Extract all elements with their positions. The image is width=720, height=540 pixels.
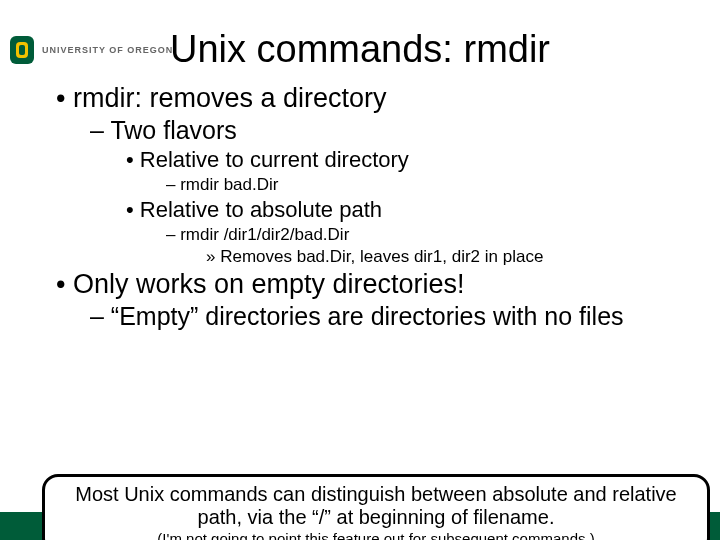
bullet-removes-leaves: Removes bad.Dir, leaves dir1, dir2 in pl… bbox=[206, 247, 680, 267]
bullet-two-flavors: Two flavors bbox=[90, 116, 680, 145]
bullet-empty-def: “Empty” directories are directories with… bbox=[90, 302, 680, 331]
bullet-example-absolute: rmdir /dir1/dir2/bad.Dir bbox=[166, 225, 680, 245]
callout-line1: Most Unix commands can distinguish betwe… bbox=[59, 483, 693, 530]
bullet-example-relative: rmdir bad.Dir bbox=[166, 175, 680, 195]
slide-body: rmdir: removes a directory Two flavors R… bbox=[56, 83, 680, 331]
callout-line2: (I'm not going to point this feature out… bbox=[59, 530, 693, 540]
university-name: UNIVERSITY OF OREGON bbox=[42, 45, 173, 55]
bullet-empty-only: Only works on empty directories! bbox=[56, 269, 680, 300]
callout-box: Most Unix commands can distinguish betwe… bbox=[42, 474, 710, 540]
university-logo: UNIVERSITY OF OREGON bbox=[8, 30, 173, 70]
svg-rect-2 bbox=[19, 45, 25, 55]
bullet-relative-absolute: Relative to absolute path bbox=[126, 197, 680, 223]
bullet-rmdir-desc: rmdir: removes a directory bbox=[56, 83, 680, 114]
slide: UNIVERSITY OF OREGON Unix commands: rmdi… bbox=[0, 28, 720, 540]
bullet-relative-current: Relative to current directory bbox=[126, 147, 680, 173]
oregon-o-icon bbox=[8, 30, 36, 70]
